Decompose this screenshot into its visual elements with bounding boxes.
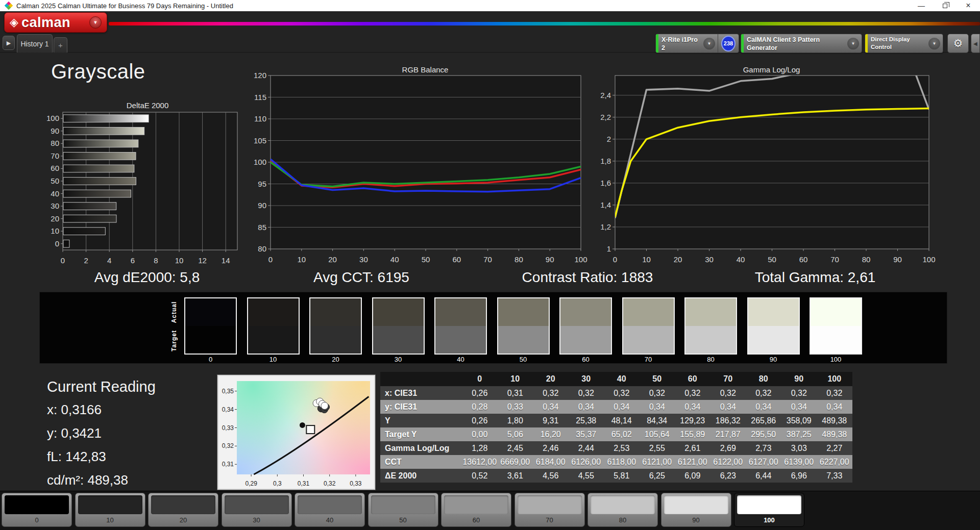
pattern-generator-dropdown[interactable]: CalMAN Client 3 Pattern Generator ▼ — [741, 34, 862, 53]
target-patch — [310, 326, 361, 354]
svg-text:20: 20 — [328, 255, 337, 264]
table-cell: 0,34 — [533, 402, 569, 412]
deltae-chart: 024681012140102030405060708090100 — [41, 109, 245, 267]
minimize-icon[interactable]: — — [910, 0, 933, 11]
meter-chevron-down-icon[interactable]: ▼ — [703, 38, 715, 49]
svg-text:14: 14 — [222, 256, 230, 265]
target-row-label: Target — [170, 323, 178, 359]
meter-dropdown[interactable]: X-Rite i1Pro 2 Direct View ▼ 238 — [655, 34, 739, 53]
table-column-header: 50 — [640, 374, 675, 384]
svg-text:0,29: 0,29 — [245, 480, 257, 487]
table-cell: 4,56 — [533, 471, 569, 481]
grayscale-comparison-strip: Actual Target 0102030405060708090100 — [39, 292, 947, 364]
level-label: 100 — [734, 516, 804, 524]
level-patch — [664, 495, 728, 514]
table-row: CCT13612,006669,006184,006126,006118,006… — [380, 455, 852, 469]
settings-gear-button[interactable]: ⚙ — [947, 34, 969, 53]
svg-text:2,2: 2,2 — [600, 113, 611, 121]
svg-text:0: 0 — [61, 256, 65, 265]
target-patch — [685, 326, 736, 354]
svg-text:8: 8 — [154, 256, 158, 265]
table-cell: 6,25 — [640, 471, 675, 481]
calman-app-window: Calman 2025 Calman Ultimate for Business… — [0, 0, 980, 530]
chevron-left-icon: ◀ — [973, 41, 977, 46]
level-label: 80 — [588, 516, 657, 524]
level-button-80[interactable]: 80 — [587, 493, 658, 527]
swatch-level-label: 40 — [434, 356, 487, 363]
table-cell: 0,32 — [533, 389, 569, 398]
restore-icon[interactable] — [933, 0, 957, 11]
add-tab-button[interactable]: + — [54, 37, 67, 53]
meter-count-badge: 238 — [721, 36, 736, 52]
row-label: x: CIE31 — [380, 389, 462, 398]
avg-de2000-value: Avg dE2000: 5,8 — [94, 269, 200, 286]
table-cell: 4,55 — [569, 471, 604, 481]
level-button-0[interactable]: 0 — [2, 493, 72, 527]
table-column-header: 0 — [462, 374, 498, 384]
table-cell: 5,06 — [498, 430, 533, 439]
level-patch — [151, 495, 215, 514]
table-cell: 0,00 — [462, 430, 498, 439]
svg-text:60: 60 — [51, 164, 59, 172]
svg-text:90: 90 — [893, 255, 902, 264]
svg-text:1,2: 1,2 — [600, 222, 611, 231]
table-cell: 0,28 — [462, 402, 498, 412]
table-cell: 6,96 — [781, 471, 817, 481]
level-patch — [444, 495, 508, 514]
pattern-generator-chevron-down-icon[interactable]: ▼ — [847, 38, 859, 49]
level-button-100[interactable]: 100 — [734, 493, 804, 527]
table-cell: 2,53 — [604, 444, 640, 453]
level-button-30[interactable]: 30 — [222, 493, 292, 527]
level-button-60[interactable]: 60 — [441, 493, 511, 527]
logo-chevron-down-icon[interactable]: ▼ — [89, 16, 102, 29]
svg-text:0,33: 0,33 — [222, 424, 234, 432]
table-cell: 0,31 — [498, 389, 533, 398]
svg-text:10: 10 — [642, 255, 651, 264]
calman-menu-button[interactable]: ◈ calman ▼ — [4, 12, 107, 33]
level-label: 40 — [295, 516, 364, 524]
table-column-header: 20 — [533, 374, 569, 384]
level-button-20[interactable]: 20 — [148, 493, 218, 527]
table-cell: 2,73 — [746, 444, 781, 453]
level-button-70[interactable]: 70 — [514, 493, 585, 527]
swatch-level-label: 20 — [309, 356, 362, 363]
level-patch — [5, 495, 69, 514]
svg-text:100: 100 — [574, 255, 587, 264]
svg-text:50: 50 — [422, 255, 430, 264]
swatch-level-label: 10 — [247, 356, 300, 363]
tab-history-1[interactable]: History 1 — [17, 34, 53, 53]
table-column-header: 60 — [675, 374, 710, 384]
row-label: Y — [380, 416, 462, 425]
grayscale-swatch-20 — [309, 297, 362, 355]
display-control-chevron-down-icon[interactable]: ▼ — [928, 38, 940, 49]
svg-text:0: 0 — [55, 239, 59, 248]
level-button-40[interactable]: 40 — [295, 493, 365, 527]
window-titlebar: Calman 2025 Calman Ultimate for Business… — [0, 0, 980, 11]
level-button-50[interactable]: 50 — [368, 493, 438, 527]
level-patch — [737, 495, 801, 514]
target-patch — [185, 326, 236, 354]
table-cell: 2,69 — [710, 444, 746, 453]
collapse-panel-button[interactable]: ◀ — [971, 34, 980, 53]
table-cell: 35,37 — [569, 430, 604, 439]
avg-cct-value: Avg CCT: 6195 — [313, 269, 409, 286]
display-control-dropdown[interactable]: Direct Display Control ▼ — [865, 34, 943, 53]
table-cell: 6121,00 — [675, 458, 710, 467]
table-column-header: 90 — [781, 374, 817, 384]
table-column-header: 100 — [817, 374, 852, 384]
svg-text:90: 90 — [51, 127, 59, 135]
level-button-10[interactable]: 10 — [75, 493, 145, 527]
svg-text:60: 60 — [799, 255, 808, 264]
table-cell: 3,03 — [781, 444, 817, 453]
total-gamma-value: Total Gamma: 2,61 — [755, 269, 876, 286]
pattern-generator-label: CalMAN Client 3 Pattern Generator — [744, 34, 845, 53]
table-cell: 217,87 — [710, 430, 746, 439]
target-patch — [435, 326, 486, 354]
table-cell: 2,44 — [569, 444, 604, 453]
level-button-90[interactable]: 90 — [661, 493, 731, 527]
swatch-level-label: 90 — [747, 356, 800, 363]
table-cell: 0,32 — [710, 389, 746, 398]
close-icon[interactable]: × — [957, 0, 980, 11]
actual-patch — [435, 298, 486, 326]
layout-nav-arrow-button[interactable]: ▶ — [3, 36, 15, 50]
